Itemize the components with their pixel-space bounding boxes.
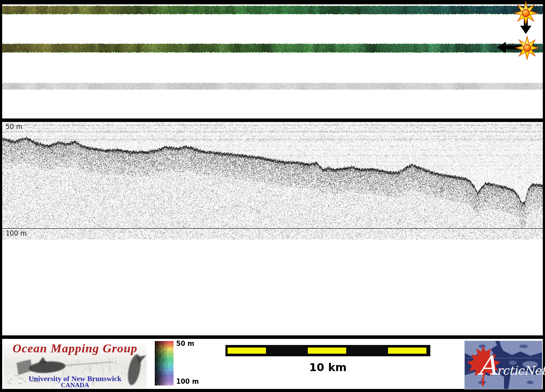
- track-marker-2: [496, 36, 542, 60]
- subbottom-echogram: [2, 122, 543, 240]
- arrow-down-head-icon: [520, 26, 531, 34]
- figure-stage: 50 m 100 m Ocean Mapping Group Universit…: [0, 0, 545, 392]
- omg-logo-country: CANADA: [3, 382, 146, 389]
- sun-center: [522, 10, 530, 17]
- scale-bar-segment: [228, 348, 266, 354]
- map-scale-bar: [225, 345, 430, 356]
- arcticnet-logo: ArcticNet: [465, 341, 542, 389]
- scale-bar-segment: [388, 348, 426, 354]
- backscatter-strip: [2, 83, 543, 90]
- echogram-depth-top-label: 50 m: [6, 123, 22, 131]
- sun-burst-icon: [516, 37, 538, 59]
- sun-center: [524, 44, 531, 52]
- ocean-mapping-group-logo: Ocean Mapping Group University of New Br…: [3, 340, 146, 389]
- swath-bathymetry-strip-1: [2, 6, 543, 14]
- echogram-depth-bottom-label: 100 m: [6, 230, 27, 237]
- scale-bar-label: 10 km: [225, 361, 430, 374]
- omg-logo-title: Ocean Mapping Group: [3, 341, 146, 355]
- arcticnet-wordmark: ArcticNet: [478, 352, 543, 384]
- scale-bar-segment: [308, 348, 346, 354]
- legend-bottom-label: 100 m: [176, 378, 199, 385]
- swath-bathymetry-strip-2: [2, 44, 543, 53]
- legend-top-label: 50 m: [176, 340, 194, 348]
- arrow-left-head-icon: [497, 42, 506, 53]
- top-panel: [2, 4, 543, 118]
- track-marker-1: [514, 2, 538, 34]
- depth-colormap-legend: [155, 341, 174, 385]
